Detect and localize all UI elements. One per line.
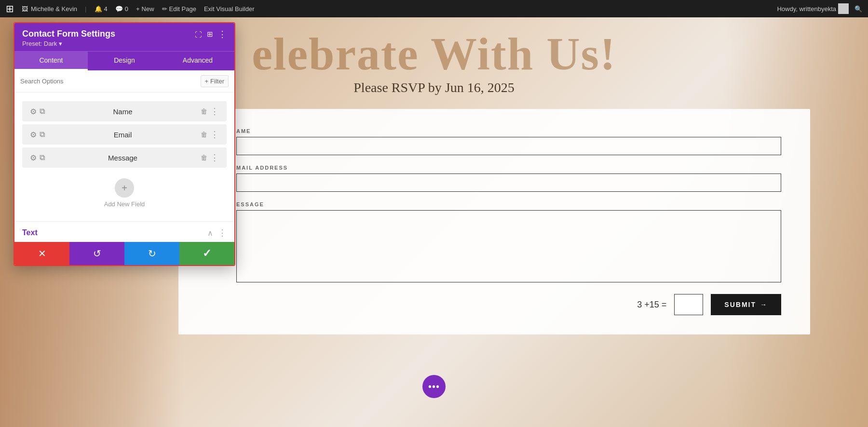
panel-title: Contact Form Settings bbox=[22, 29, 115, 39]
exit-builder-item[interactable]: Exit Visual Builder bbox=[204, 5, 255, 13]
resize-icon[interactable] bbox=[195, 30, 202, 39]
email-field-group: MAIL ADDRESS bbox=[236, 165, 781, 192]
panel-header-icons bbox=[195, 29, 227, 40]
admin-bar-right: Howdy, writtenbyekta 🔍 bbox=[777, 3, 862, 14]
captcha-text: 3 +15 = bbox=[637, 300, 666, 310]
panel-header-left: Contact Form Settings Preset: Dark bbox=[22, 29, 115, 47]
comments-item[interactable]: 💬 0 bbox=[115, 5, 128, 13]
cancel-icon bbox=[38, 248, 46, 259]
plus-icon bbox=[122, 182, 127, 194]
undo-icon bbox=[93, 248, 101, 259]
redo-icon bbox=[148, 248, 156, 259]
submit-button[interactable]: SUBMIT → bbox=[711, 294, 781, 315]
plus-icon: + bbox=[136, 5, 140, 13]
name-input[interactable] bbox=[236, 137, 781, 155]
edit-page-item[interactable]: ✏ Edit Page bbox=[162, 5, 196, 13]
add-field-label: Add New Field bbox=[104, 200, 145, 208]
page-bg-title: elebrate With Us! bbox=[252, 27, 616, 80]
panel-text-section: Text bbox=[14, 221, 234, 242]
tab-design[interactable]: Design bbox=[88, 52, 161, 70]
field-name-label: Name bbox=[50, 107, 196, 116]
panel-actions bbox=[14, 242, 234, 265]
message-field-group: ESSAGE bbox=[236, 201, 781, 284]
avatar bbox=[838, 3, 849, 14]
admin-search-icon[interactable]: 🔍 bbox=[854, 5, 862, 13]
field-row-name: Name bbox=[22, 101, 227, 121]
form-container: AME MAIL ADDRESS ESSAGE 3 +15 = SUBMIT → bbox=[178, 109, 810, 334]
field-email-icons bbox=[30, 130, 45, 139]
new-item[interactable]: + New bbox=[136, 5, 154, 13]
filter-button[interactable]: + Filter bbox=[201, 75, 229, 87]
field-row-message: Message bbox=[22, 147, 227, 168]
section-more-icon[interactable] bbox=[218, 227, 227, 238]
field-email-actions bbox=[201, 129, 219, 140]
panel-section-title: Text bbox=[22, 228, 207, 237]
site-name[interactable]: 🖼 Michelle & Kevin bbox=[22, 5, 77, 13]
filter-icon: + bbox=[205, 78, 209, 85]
settings-panel: Contact Form Settings Preset: Dark Conte… bbox=[14, 22, 235, 266]
field-gear-icon-message[interactable] bbox=[30, 153, 37, 162]
field-gear-icon-name[interactable] bbox=[30, 107, 37, 116]
site-favicon: 🖼 bbox=[22, 5, 28, 13]
email-label: MAIL ADDRESS bbox=[236, 165, 781, 171]
captcha-input[interactable] bbox=[674, 294, 703, 315]
section-collapse-icon[interactable] bbox=[207, 228, 213, 238]
panel-tabs: Content Design Advanced bbox=[14, 51, 234, 70]
field-message-label: Message bbox=[50, 154, 196, 162]
field-copy-icon-email[interactable] bbox=[40, 130, 45, 139]
field-name-actions bbox=[201, 106, 219, 117]
tab-advanced[interactable]: Advanced bbox=[161, 52, 234, 70]
panel-preset[interactable]: Preset: Dark bbox=[22, 40, 115, 47]
field-message-actions bbox=[201, 152, 219, 163]
add-field-circle-icon bbox=[115, 178, 134, 198]
name-field-group: AME bbox=[236, 128, 781, 155]
more-options-icon[interactable] bbox=[218, 29, 227, 40]
panel-fields: Name Email Message bbox=[14, 93, 234, 221]
add-new-field-button[interactable]: Add New Field bbox=[14, 171, 234, 215]
redo-button[interactable] bbox=[124, 242, 179, 265]
admin-bar: ⊞ 🖼 Michelle & Kevin | 🔔 4 💬 0 + New ✏ E… bbox=[0, 0, 868, 17]
cancel-button[interactable] bbox=[14, 242, 69, 265]
message-label: ESSAGE bbox=[236, 201, 781, 207]
submit-row: 3 +15 = SUBMIT → bbox=[236, 294, 781, 315]
field-message-icons bbox=[30, 153, 45, 162]
preset-dropdown-icon bbox=[59, 40, 62, 47]
field-row-email: Email bbox=[22, 124, 227, 145]
field-dots-icon-message[interactable] bbox=[210, 152, 219, 163]
floating-menu-button[interactable]: ••• bbox=[422, 375, 446, 398]
save-button[interactable] bbox=[179, 242, 234, 265]
wordpress-logo: ⊞ bbox=[6, 3, 14, 14]
search-input[interactable] bbox=[20, 78, 197, 85]
notifications-item[interactable]: 🔔 4 bbox=[95, 5, 108, 13]
field-gear-icon-email[interactable] bbox=[30, 130, 37, 139]
pencil-icon: ✏ bbox=[162, 5, 167, 13]
arrow-icon: → bbox=[760, 301, 768, 308]
tab-content[interactable]: Content bbox=[14, 52, 88, 70]
page-bg-subtitle: Please RSVP by Jun 16, 2025 bbox=[353, 80, 514, 95]
field-copy-icon-message[interactable] bbox=[40, 153, 45, 162]
field-email-label: Email bbox=[50, 131, 196, 139]
field-dots-icon-email[interactable] bbox=[210, 129, 219, 140]
field-trash-icon-message[interactable] bbox=[201, 153, 207, 162]
undo-button[interactable] bbox=[69, 242, 124, 265]
field-trash-icon-name[interactable] bbox=[201, 107, 207, 116]
comments-icon: 💬 bbox=[115, 5, 123, 13]
columns-icon[interactable] bbox=[207, 30, 213, 39]
email-input[interactable] bbox=[236, 173, 781, 192]
field-name-icons bbox=[30, 107, 45, 116]
panel-section-icons bbox=[207, 227, 227, 238]
field-dots-icon-name[interactable] bbox=[210, 106, 219, 117]
field-trash-icon-email[interactable] bbox=[201, 130, 207, 139]
message-input[interactable] bbox=[236, 210, 781, 282]
howdy-item[interactable]: Howdy, writtenbyekta bbox=[777, 3, 849, 14]
field-copy-icon-name[interactable] bbox=[40, 107, 45, 116]
search-row: + Filter bbox=[14, 70, 234, 93]
name-label: AME bbox=[236, 128, 781, 134]
panel-header: Contact Form Settings Preset: Dark bbox=[14, 23, 234, 51]
save-icon bbox=[203, 247, 211, 260]
notifications-icon: 🔔 bbox=[95, 5, 102, 13]
